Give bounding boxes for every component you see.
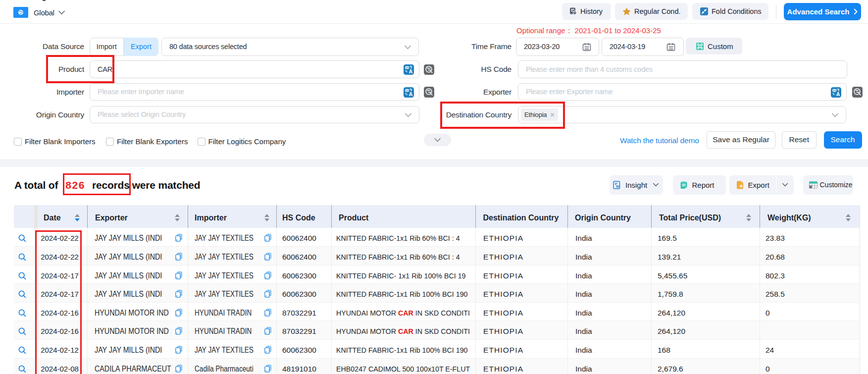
svg-text:A: A (408, 68, 412, 74)
svg-text:A: A (408, 91, 412, 97)
svg-text:A: A (836, 91, 840, 97)
svg-text:BI: BI (616, 185, 619, 188)
